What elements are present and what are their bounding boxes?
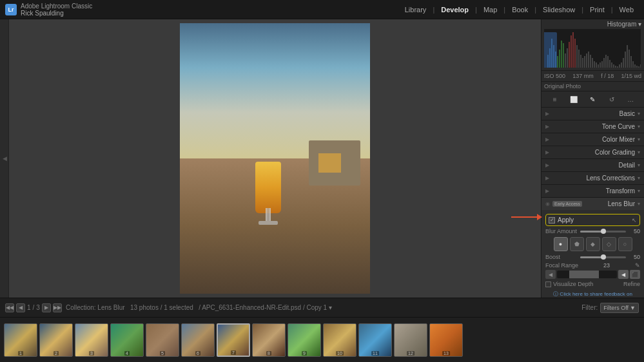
- filmstrip-thumb-6[interactable]: 6: [181, 323, 215, 357]
- collection-info: Collection: Lens Blur 13 photos / 1 sele…: [66, 304, 578, 311]
- histogram-section: Histogram ▾: [542, 19, 644, 71]
- filmstrip-thumb-10[interactable]: 10: [323, 323, 356, 357]
- adjustments-icon[interactable]: ≡: [550, 94, 560, 104]
- early-access-badge: Early Access: [552, 201, 582, 207]
- refine-label[interactable]: Refine: [623, 281, 640, 287]
- photo-info: ISO 500 137 mm f / 18 1/15 wd: [542, 71, 644, 82]
- visualize-checkbox[interactable]: [545, 281, 551, 287]
- filmstrip-thumb-2[interactable]: 2: [39, 323, 73, 357]
- visualize-row: Visualize Depth Refine: [545, 281, 640, 287]
- arrow-line: [511, 216, 537, 218]
- filmstrip-thumb-8[interactable]: 8: [252, 323, 286, 357]
- boost-slider-row: Boost 50: [545, 254, 640, 260]
- detail-section: ▶ Detail ▾: [542, 159, 644, 172]
- page-1: 1: [27, 304, 31, 311]
- filmstrip-thumb-7[interactable]: 7: [217, 323, 250, 357]
- filmstrip-thumb-3[interactable]: 3: [75, 323, 108, 357]
- page-back-btn[interactable]: ◀: [16, 303, 25, 312]
- tone-curve-header[interactable]: ▶ Tone Curve ▾: [542, 120, 644, 133]
- nav-menu: Library | Develop | Map | Book | Slidesh…: [400, 3, 639, 16]
- arrow-head: [537, 214, 542, 220]
- filmstrip-thumb-9[interactable]: 9: [288, 323, 321, 357]
- page-prev-btn[interactable]: ◀◀: [5, 303, 14, 312]
- focal-range-bar[interactable]: [557, 271, 617, 278]
- more-icon[interactable]: …: [625, 94, 636, 104]
- nav-slideshow[interactable]: Slideshow: [538, 3, 580, 16]
- basic-section-header[interactable]: ▶ Basic ▾: [542, 108, 644, 120]
- page-2: 3: [36, 304, 40, 311]
- focal-left-btn[interactable]: ◀: [545, 270, 556, 279]
- focal-label: 137 mm: [572, 73, 594, 79]
- lens-corrections-title: Lens Corrections: [552, 175, 635, 182]
- left-panel-toggle[interactable]: ◀: [1, 155, 8, 162]
- color-mixer-title: Color Mixer: [552, 136, 635, 143]
- transform-header[interactable]: ▶ Transform ▾: [542, 185, 644, 197]
- main-photo: [180, 23, 370, 294]
- focal-range-control: ◀ ◀ ⬛: [545, 270, 640, 279]
- rotate-icon[interactable]: ↺: [607, 94, 617, 104]
- filmstrip-thumb-5[interactable]: 5: [146, 323, 179, 357]
- filmstrip-thumb-12[interactable]: 12: [394, 323, 427, 357]
- crop-icon[interactable]: ⬜: [569, 94, 579, 104]
- lens-blur-header[interactable]: ◉ Early Access Lens Blur ▾: [542, 198, 644, 210]
- detail-header[interactable]: ▶ Detail ▾: [542, 159, 644, 171]
- heal-icon[interactable]: ✎: [587, 94, 598, 104]
- histogram-canvas: [544, 29, 641, 68]
- feedback-link[interactable]: ⓘ Click here to share feedback on Lens B…: [545, 289, 640, 298]
- color-mixer-header[interactable]: ▶ Color Mixer ▾: [542, 133, 644, 146]
- tone-curve-title: Tone Curve: [552, 123, 635, 130]
- blur-type-blade8[interactable]: ○: [618, 237, 632, 251]
- blur-type-blade7[interactable]: ◇: [602, 237, 616, 251]
- filmstrip-thumb-1[interactable]: 1: [4, 323, 37, 357]
- focal-pick-btn[interactable]: ⬛: [630, 270, 640, 279]
- boost-track[interactable]: [580, 256, 626, 258]
- blur-type-disc[interactable]: ●: [554, 237, 568, 251]
- color-mixer-section: ▶ Color Mixer ▾: [542, 133, 644, 146]
- shutter-label: 1/15 wd: [621, 73, 641, 79]
- boost-value: 50: [629, 254, 640, 260]
- nav-book[interactable]: Book: [507, 3, 533, 16]
- focal-range-edit-icon[interactable]: ✎: [635, 262, 640, 269]
- apply-checkbox[interactable]: ✓: [549, 217, 555, 224]
- color-grading-title: Color Grading: [552, 149, 635, 156]
- page-last-btn[interactable]: ▶▶: [53, 303, 62, 312]
- building-window: [318, 153, 341, 173]
- blur-amount-value: 50: [629, 228, 640, 234]
- filmstrip-thumb-13[interactable]: 13: [429, 323, 463, 357]
- blur-amount-track[interactable]: [580, 231, 626, 233]
- nav-develop[interactable]: Develop: [436, 3, 474, 16]
- lens-blur-badges: Early Access: [552, 201, 582, 207]
- blur-type-blade6[interactable]: ◆: [586, 237, 600, 251]
- lens-corrections-header[interactable]: ▶ Lens Corrections ▾: [542, 172, 644, 184]
- nav-map[interactable]: Map: [478, 3, 502, 16]
- lens-blur-eye-icon: ◉: [545, 201, 550, 207]
- filter-dropdown[interactable]: Filters Off ▼: [600, 303, 639, 313]
- nav-web[interactable]: Web: [614, 3, 639, 16]
- filter-label: Filter:: [581, 304, 598, 311]
- filmstrip-thumb-4[interactable]: 4: [110, 323, 144, 357]
- beer-glass: [252, 155, 284, 226]
- blur-type-icons: ● ⬟ ◆ ◇ ○: [545, 237, 640, 251]
- page-indicator: ◀◀ ◀ 1 / 3 ▶ ▶▶: [5, 303, 62, 312]
- right-panel: Histogram ▾: [541, 19, 644, 298]
- app-info: Adobe Lightroom Classic Rick Spaulding: [21, 2, 92, 17]
- visualize-label: Visualize Depth: [553, 281, 593, 287]
- user-name: Rick Spaulding: [21, 10, 92, 17]
- blur-type-ring[interactable]: ⬟: [570, 237, 584, 251]
- focal-right-btn[interactable]: ◀: [618, 270, 629, 279]
- histogram-title[interactable]: Histogram ▾: [544, 21, 641, 28]
- transform-section: ▶ Transform ▾: [542, 185, 644, 198]
- nav-print[interactable]: Print: [585, 3, 610, 16]
- tone-curve-toggle: ▶: [545, 124, 549, 129]
- iso-label: ISO 500: [544, 73, 565, 79]
- focal-range-row: Focal Range 23 ✎ ◀ ◀ ⬛: [545, 262, 640, 279]
- focal-range-value: 23: [603, 262, 610, 269]
- app-title: Adobe Lightroom Classic: [21, 3, 92, 10]
- nav-library[interactable]: Library: [400, 3, 432, 16]
- filmstrip-thumb-11[interactable]: 11: [358, 323, 392, 357]
- blur-amount-label: Blur Amount: [545, 228, 578, 234]
- color-grading-header[interactable]: ▶ Color Grading ▾: [542, 146, 644, 158]
- page-fwd-btn[interactable]: ▶: [42, 303, 51, 312]
- photo-source: Original Photo: [542, 82, 644, 91]
- top-navigation: Lr Adobe Lightroom Classic Rick Spauldin…: [0, 0, 644, 19]
